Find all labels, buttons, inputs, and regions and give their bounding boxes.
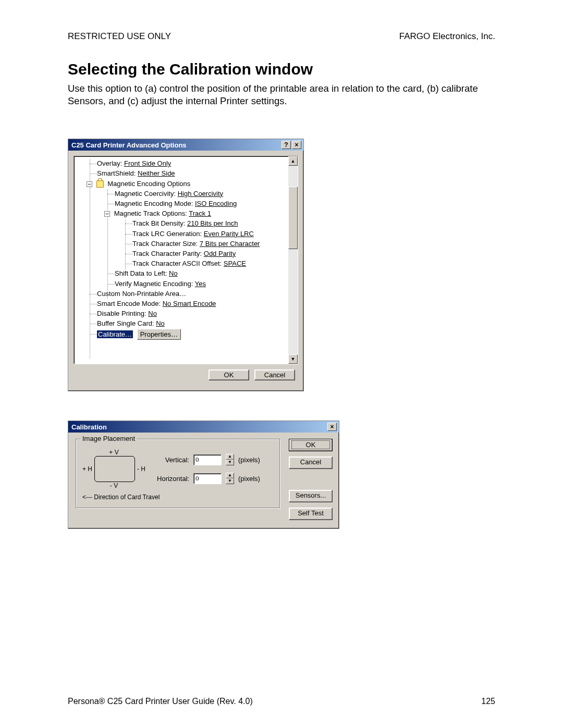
header-right: FARGO Electronics, Inc. bbox=[399, 31, 495, 42]
groupbox-legend: Image Placement bbox=[80, 435, 137, 442]
tree-scrollbar[interactable]: ▲ ▼ bbox=[288, 156, 298, 364]
label-minus-h: - H bbox=[137, 465, 145, 473]
lock-icon bbox=[96, 180, 104, 188]
tree-item-lrc[interactable]: Track LRC Generation: Even Parity LRC bbox=[74, 229, 288, 239]
tree-item-coercivity[interactable]: Magnetic Coercivity: High Coercivity bbox=[74, 189, 288, 199]
tree-item-shift-data[interactable]: Shift Data to Left: No bbox=[74, 268, 288, 278]
tree-item-bit-density[interactable]: Track Bit Density: 210 Bits per Inch bbox=[74, 218, 288, 228]
tree-item-disable-printing[interactable]: Disable Printing: No bbox=[74, 309, 288, 318]
tree-item-magnetic-encoding[interactable]: − Magnetic Encoding Options bbox=[74, 179, 288, 189]
scroll-up-icon[interactable]: ▲ bbox=[288, 156, 298, 166]
close-button[interactable]: × bbox=[292, 141, 301, 149]
scroll-down-icon[interactable]: ▼ bbox=[288, 354, 298, 364]
help-button[interactable]: ? bbox=[282, 141, 291, 149]
label-pixels: (pixels) bbox=[238, 456, 260, 464]
collapse-icon[interactable]: − bbox=[87, 181, 92, 187]
cancel-button[interactable]: Cancel bbox=[254, 369, 295, 380]
properties-button[interactable]: Properties… bbox=[137, 329, 181, 340]
tree-item-encoding-mode[interactable]: Magnetic Encoding Mode: ISO Encoding bbox=[74, 199, 288, 208]
spin-up-icon[interactable]: ▲ bbox=[226, 473, 234, 478]
ok-button[interactable]: OK bbox=[289, 439, 333, 451]
label-vertical: Vertical: bbox=[157, 456, 189, 464]
collapse-icon[interactable]: − bbox=[104, 211, 110, 217]
cancel-button[interactable]: Cancel bbox=[289, 456, 333, 469]
header-left: RESTRICTED USE ONLY bbox=[68, 31, 171, 42]
tree-item-track-options[interactable]: − Magnetic Track Options: Track 1 bbox=[74, 208, 288, 218]
ok-button[interactable]: OK bbox=[209, 369, 249, 380]
label-horizontal: Horizontal: bbox=[157, 475, 189, 483]
dialog2-title: Calibration bbox=[71, 423, 327, 431]
card-shape bbox=[94, 456, 135, 482]
image-placement-group: Image Placement + V + H - H - V Vertic bbox=[76, 439, 280, 509]
label-plus-v: + V bbox=[82, 449, 145, 456]
dialog1-title: C25 Card Printer Advanced Options bbox=[71, 141, 282, 149]
label-plus-h: + H bbox=[82, 465, 92, 473]
tree-item-overlay[interactable]: Overlay: Front Side Only bbox=[74, 158, 288, 168]
footer-left: Persona® C25 Card Printer User Guide (Re… bbox=[68, 697, 253, 706]
advanced-options-dialog: C25 Card Printer Advanced Options ? × Ov… bbox=[68, 139, 304, 391]
spin-down-icon[interactable]: ▼ bbox=[226, 460, 234, 465]
tree-item-calibrate[interactable]: Calibrate… Properties… bbox=[74, 329, 288, 340]
tree-item-smart-encode[interactable]: Smart Encode Mode: No Smart Encode bbox=[74, 299, 288, 309]
calibrate-selected[interactable]: Calibrate… bbox=[97, 330, 133, 338]
scroll-thumb[interactable] bbox=[288, 187, 298, 249]
intro-paragraph: Use this option to (a) control the posit… bbox=[68, 82, 495, 107]
spin-down-icon[interactable]: ▼ bbox=[226, 478, 234, 484]
label-minus-v: - V bbox=[82, 482, 145, 489]
tree-item-custom-npa[interactable]: Custom Non-Printable Area… bbox=[74, 289, 288, 299]
selftest-button[interactable]: Self Test bbox=[289, 508, 333, 520]
tree-item-smartshield[interactable]: SmartShield: Neither Side bbox=[74, 168, 288, 178]
footer-page-number: 125 bbox=[481, 697, 495, 706]
options-tree[interactable]: Overlay: Front Side Only SmartShield: Ne… bbox=[74, 156, 288, 364]
close-button[interactable]: × bbox=[327, 423, 337, 431]
spin-up-icon[interactable]: ▲ bbox=[226, 454, 234, 460]
tree-item-char-size[interactable]: Track Character Size: 7 Bits per Charact… bbox=[74, 239, 288, 249]
tree-item-buffer-card[interactable]: Buffer Single Card: No bbox=[74, 318, 288, 328]
calibration-dialog: Calibration × Image Placement + V + H - … bbox=[68, 421, 339, 529]
tree-item-verify-encoding[interactable]: Verify Magnetic Encoding: Yes bbox=[74, 279, 288, 289]
horizontal-input[interactable]: 0 bbox=[193, 473, 222, 484]
direction-label: <--- Direction of Card Travel bbox=[82, 493, 274, 501]
tree-item-char-parity[interactable]: Track Character Parity: Odd Parity bbox=[74, 249, 288, 258]
sensors-button[interactable]: Sensors... bbox=[289, 490, 333, 502]
label-pixels: (pixels) bbox=[238, 475, 260, 483]
page-title: Selecting the Calibration window bbox=[68, 60, 495, 78]
vertical-input[interactable]: 0 bbox=[193, 454, 222, 465]
tree-item-ascii-offset[interactable]: Track Character ASCII Offset: SPACE bbox=[74, 258, 288, 268]
